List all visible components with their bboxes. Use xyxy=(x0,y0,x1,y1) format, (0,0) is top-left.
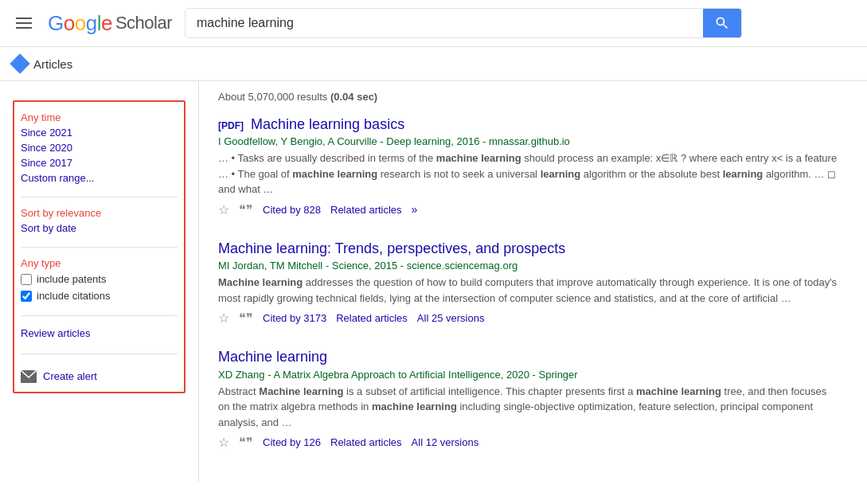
results-count: About 5,070,000 results (0.04 sec) xyxy=(218,91,848,103)
create-alert-link[interactable]: Create alert xyxy=(43,369,97,384)
divider-2 xyxy=(21,247,178,248)
include-patents-checkbox[interactable] xyxy=(21,274,32,285)
articles-label: Articles xyxy=(33,57,72,71)
since-2020-filter[interactable]: Since 2020 xyxy=(21,140,178,155)
include-citations-row: include citations xyxy=(21,287,178,304)
header: Google Scholar xyxy=(0,0,867,47)
custom-range-filter[interactable]: Custom range... xyxy=(21,170,178,186)
articles-diamond-icon xyxy=(10,53,29,73)
search-button[interactable] xyxy=(703,9,741,37)
any-time-filter[interactable]: Any time xyxy=(21,110,178,125)
author-link[interactable]: XD Zhang xyxy=(218,369,265,381)
since-2021-filter[interactable]: Since 2021 xyxy=(21,125,178,140)
result-authors: MI Jordan, TM Mitchell - Science, 2015 -… xyxy=(218,260,839,272)
author-link[interactable]: I Goodfellow xyxy=(218,135,275,147)
result-snippet: … • Tasks are usually described in terms… xyxy=(218,150,839,197)
cited-by-link[interactable]: Cited by 828 xyxy=(263,204,321,216)
result-item: Machine learning: Trends, perspectives, … xyxy=(218,240,839,326)
source-link[interactable]: science.sciencemag.org xyxy=(407,260,517,272)
scholar-text: Scholar xyxy=(115,13,172,33)
all-versions-link[interactable]: All 25 versions xyxy=(417,312,485,324)
result-authors: XD Zhang - A Matrix Algebra Approach to … xyxy=(218,369,839,381)
sort-by-relevance[interactable]: Sort by relevance xyxy=(21,205,178,221)
type-filter-section: Any type include patents include citatio… xyxy=(21,256,178,304)
filter-box: Any time Since 2021 Since 2020 Since 201… xyxy=(13,100,186,393)
sort-by-date[interactable]: Sort by date xyxy=(21,221,178,236)
divider-3 xyxy=(21,315,178,316)
search-form xyxy=(185,8,742,38)
result-snippet: Machine learning addresses the question … xyxy=(218,275,839,306)
cited-by-link[interactable]: Cited by 126 xyxy=(263,436,321,448)
cited-by-link[interactable]: Cited by 3173 xyxy=(263,312,326,324)
result-title-bold: Machine learning xyxy=(218,349,327,365)
result-title-link[interactable]: Machine learning xyxy=(218,349,327,365)
time-filter-section: Any time Since 2021 Since 2020 Since 201… xyxy=(21,110,178,186)
result-authors: I Goodfellow, Y Bengio, A Courville - De… xyxy=(218,135,839,147)
sidebar: Any time Since 2021 Since 2020 Since 201… xyxy=(0,81,199,482)
search-input[interactable] xyxy=(186,9,703,37)
search-icon xyxy=(714,15,730,31)
include-citations-label: include citations xyxy=(37,290,111,302)
result-title-bold: Machine learning xyxy=(218,240,327,256)
google-scholar-logo[interactable]: Google Scholar xyxy=(48,11,172,36)
star-icon[interactable]: ☆ xyxy=(218,311,229,326)
author-link[interactable]: Y Bengio xyxy=(281,135,323,147)
quote-icon[interactable]: ❝❞ xyxy=(239,435,253,450)
include-citations-checkbox[interactable] xyxy=(21,291,32,302)
related-articles-link[interactable]: Related articles xyxy=(330,436,402,448)
review-articles-link[interactable]: Review articles xyxy=(21,324,178,342)
since-2017-filter[interactable]: Since 2017 xyxy=(21,155,178,170)
create-alert-row[interactable]: Create alert xyxy=(21,362,178,384)
quote-icon[interactable]: ❝❞ xyxy=(239,202,253,217)
result-snippet: Abstract Machine learning is a subset of… xyxy=(218,384,839,431)
result-title-link[interactable]: [PDF] Machine learning basics xyxy=(218,116,404,132)
sort-filter-section: Sort by relevance Sort by date xyxy=(21,205,178,236)
hamburger-icon[interactable] xyxy=(13,14,35,32)
all-versions-link[interactable]: All 12 versions xyxy=(412,436,479,448)
related-articles-link[interactable]: Related articles xyxy=(336,312,408,324)
related-articles-link[interactable]: Related articles xyxy=(330,204,402,216)
author-link[interactable]: MI Jordan xyxy=(218,260,264,272)
envelope-icon xyxy=(21,370,37,383)
any-type-label: Any type xyxy=(21,256,178,271)
author-link[interactable]: TM Mitchell xyxy=(270,260,322,272)
star-icon[interactable]: ☆ xyxy=(218,435,229,450)
author-link[interactable]: A Courville xyxy=(328,135,377,147)
quote-icon[interactable]: ❝❞ xyxy=(239,311,253,326)
result-item: [PDF] Machine learning basics I Goodfell… xyxy=(218,115,839,217)
pdf-badge: [PDF] xyxy=(218,120,244,131)
source-link[interactable]: Springer xyxy=(539,369,578,381)
result-item: Machine learning XD Zhang - A Matrix Alg… xyxy=(218,348,839,450)
results-time: (0.04 sec) xyxy=(330,91,377,103)
articles-bar: Articles xyxy=(0,47,867,81)
source-link[interactable]: mnassar.github.io xyxy=(489,135,570,147)
star-icon[interactable]: ☆ xyxy=(218,202,229,217)
divider-4 xyxy=(21,354,178,354)
review-articles-section: Review articles xyxy=(21,324,178,342)
result-actions: ☆ ❝❞ Cited by 3173 Related articles All … xyxy=(218,311,839,326)
include-patents-row: include patents xyxy=(21,271,178,287)
main-results: About 5,070,000 results (0.04 sec) [PDF]… xyxy=(199,81,867,482)
content-area: Any time Since 2021 Since 2020 Since 201… xyxy=(0,81,867,482)
result-actions: ☆ ❝❞ Cited by 828 Related articles » xyxy=(218,202,839,217)
divider-1 xyxy=(21,197,178,197)
all-versions-arrow[interactable]: » xyxy=(412,203,418,216)
include-patents-label: include patents xyxy=(37,273,106,285)
result-title-bold: Machine learning xyxy=(251,116,360,132)
result-actions: ☆ ❝❞ Cited by 126 Related articles All 1… xyxy=(218,435,839,450)
result-title-link[interactable]: Machine learning: Trends, perspectives, … xyxy=(218,240,565,256)
